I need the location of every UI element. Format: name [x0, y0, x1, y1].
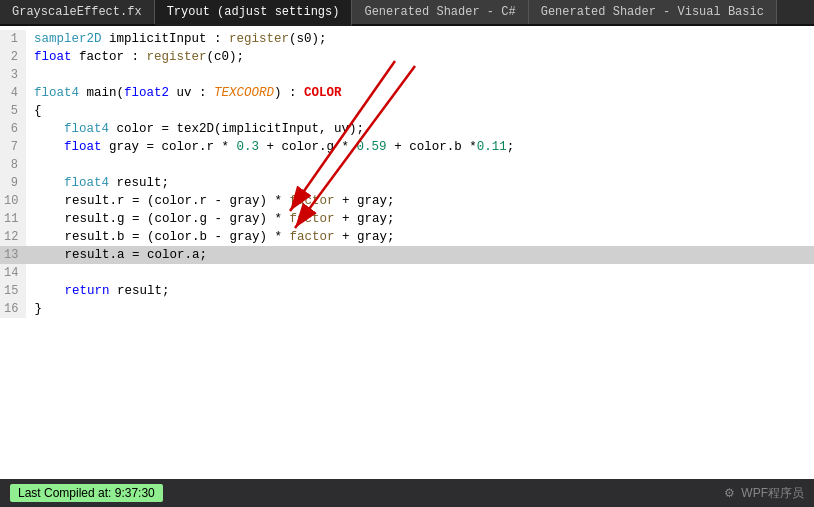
code-editor[interactable]: 1 sampler2D implicitInput : register(s0)…	[0, 26, 814, 479]
line-num-10: 10	[0, 192, 26, 210]
tab-vbasic[interactable]: Generated Shader - Visual Basic	[529, 0, 777, 24]
code-line-10: 10 result.r = (color.r - gray) * factor …	[0, 192, 814, 210]
line-content-4: float4 main(float2 uv : TEXCOORD) : COLO…	[26, 84, 342, 102]
code-line-6: 6 float4 color = tex2D(implicitInput, uv…	[0, 120, 814, 138]
tab-bar: GrayscaleEffect.fx Tryout (adjust settin…	[0, 0, 814, 26]
code-line-12: 12 result.b = (color.b - gray) * factor …	[0, 228, 814, 246]
code-line-5: 5 {	[0, 102, 814, 120]
code-line-7: 7 float gray = color.r * 0.3 + color.g *…	[0, 138, 814, 156]
line-content-6: float4 color = tex2D(implicitInput, uv);	[26, 120, 364, 138]
line-content-13: result.a = color.a;	[26, 246, 207, 264]
tab-grayscale-label: GrayscaleEffect.fx	[12, 5, 142, 19]
line-num-16: 16	[0, 300, 26, 318]
line-num-6: 6	[0, 120, 26, 138]
line-num-12: 12	[0, 228, 26, 246]
watermark-icon: ⚙	[724, 486, 735, 500]
code-line-13: 13 result.a = color.a;	[0, 246, 814, 264]
line-content-5: {	[26, 102, 42, 120]
line-num-1: 1	[0, 30, 26, 48]
code-line-4: 4 float4 main(float2 uv : TEXCOORD) : CO…	[0, 84, 814, 102]
line-num-8: 8	[0, 156, 26, 174]
code-line-1: 1 sampler2D implicitInput : register(s0)…	[0, 30, 814, 48]
line-num-13: 13	[0, 246, 26, 264]
tab-grayscale[interactable]: GrayscaleEffect.fx	[0, 0, 155, 24]
code-line-11: 11 result.g = (color.g - gray) * factor …	[0, 210, 814, 228]
tab-csharp-label: Generated Shader - C#	[364, 5, 515, 19]
line-num-14: 14	[0, 264, 26, 282]
tab-tryout[interactable]: Tryout (adjust settings)	[155, 0, 353, 26]
code-line-15: 15 return result;	[0, 282, 814, 300]
code-line-14: 14	[0, 264, 814, 282]
line-num-7: 7	[0, 138, 26, 156]
line-num-2: 2	[0, 48, 26, 66]
code-line-2: 2 float factor : register(c0);	[0, 48, 814, 66]
code-line-16: 16 }	[0, 300, 814, 318]
line-content-1: sampler2D implicitInput : register(s0);	[26, 30, 327, 48]
compiled-badge: Last Compiled at: 9:37:30	[10, 484, 163, 502]
line-num-9: 9	[0, 174, 26, 192]
status-bar: Last Compiled at: 9:37:30 ⚙ WPF程序员	[0, 479, 814, 507]
watermark-text: WPF程序员	[741, 485, 804, 502]
line-num-11: 11	[0, 210, 26, 228]
line-num-15: 15	[0, 282, 26, 300]
line-content-12: result.b = (color.b - gray) * factor + g…	[26, 228, 394, 246]
line-num-4: 4	[0, 84, 26, 102]
tab-csharp[interactable]: Generated Shader - C#	[352, 0, 528, 24]
tab-tryout-label: Tryout (adjust settings)	[167, 5, 340, 19]
line-content-16: }	[26, 300, 42, 318]
code-line-3: 3	[0, 66, 814, 84]
line-content-2: float factor : register(c0);	[26, 48, 244, 66]
line-num-3: 3	[0, 66, 26, 84]
line-content-9: float4 result;	[26, 174, 169, 192]
line-content-7: float gray = color.r * 0.3 + color.g * 0…	[26, 138, 514, 156]
line-num-5: 5	[0, 102, 26, 120]
tab-vbasic-label: Generated Shader - Visual Basic	[541, 5, 764, 19]
watermark: ⚙ WPF程序员	[724, 485, 804, 502]
code-line-9: 9 float4 result;	[0, 174, 814, 192]
code-line-8: 8	[0, 156, 814, 174]
line-content-11: result.g = (color.g - gray) * factor + g…	[26, 210, 394, 228]
line-content-15: return result;	[26, 282, 169, 300]
line-content-10: result.r = (color.r - gray) * factor + g…	[26, 192, 394, 210]
